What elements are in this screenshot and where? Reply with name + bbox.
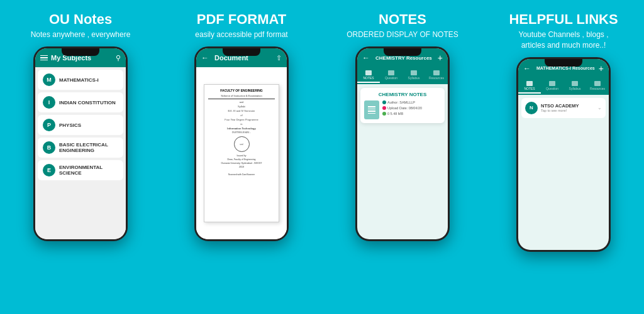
back-icon[interactable]: ←	[523, 64, 531, 73]
subject-icon-e: E	[43, 164, 55, 176]
add-icon[interactable]: +	[438, 53, 443, 63]
panel-2-subtitle: easily accessible pdf format	[195, 30, 287, 40]
back-icon[interactable]: ←	[362, 53, 370, 62]
subject-name: INDIAN CONSTITUTION	[59, 100, 116, 106]
chem-content: CHEMISTRY NOTES	[357, 84, 448, 239]
math-tab-notes[interactable]: NOTES	[518, 79, 541, 94]
notes-meta: Author: SAMLLLP Upload Date: 08/04/20 0 …	[382, 100, 422, 119]
doc-issued-by: Issued by	[208, 154, 275, 157]
tab-question[interactable]: Question	[380, 68, 402, 83]
list-item[interactable]: M MATHEMATICS-I	[38, 70, 123, 90]
doc-seal: seal	[234, 136, 250, 152]
date-icon	[382, 106, 386, 110]
line-4	[368, 113, 375, 114]
tab-syllabus[interactable]: Syllabus	[402, 68, 425, 83]
panel-1-title: OU Notes	[31, 11, 131, 28]
phone-3-notch	[384, 48, 421, 56]
resource-sub: Tap to see more!	[541, 109, 579, 112]
phone-4-screen: ← MATHEMATICS-I Resources + NOTES Questi…	[518, 59, 609, 250]
notes-card-body: Author: SAMLLLP Upload Date: 08/04/20 0 …	[364, 100, 441, 119]
list-item[interactable]: P PHYSICS	[38, 115, 123, 135]
syllabus-tab-icon	[411, 70, 417, 75]
question-tab-icon	[388, 70, 394, 75]
notes-doc-icon	[364, 100, 379, 119]
line-2	[368, 109, 375, 110]
doc-scanned: Scanned with CamScanner	[208, 173, 275, 176]
doc-spacer	[208, 168, 275, 172]
math-tab-question[interactable]: Question	[541, 79, 564, 94]
phone-1-notch	[62, 48, 99, 56]
menu-icon[interactable]	[40, 55, 48, 61]
share-icon[interactable]: ⇧	[276, 54, 282, 62]
panel-1-subtitle: Notes anywhere , everywhere	[31, 30, 131, 40]
panel-4-title: HELPFUL LINKS	[509, 11, 618, 28]
math-tab-syllabus[interactable]: Syllabus	[564, 79, 586, 94]
doc-university: Osmania University, Hyderabad - 500 007	[208, 162, 275, 165]
phone-1: My Subjects ⚲ M MATHEMATICS-I I INDIAN C…	[33, 46, 128, 241]
add-icon[interactable]: +	[599, 63, 604, 73]
subject-name: MATHEMATICS-I	[59, 77, 99, 83]
search-icon[interactable]: ⚲	[116, 54, 121, 62]
list-item[interactable]: I INDIAN CONSTITUTION	[38, 92, 123, 112]
doc-program: Four Year Degree Programme	[208, 118, 275, 121]
resource-left: N NTSO ACADEMY Tap to see more!	[525, 102, 579, 114]
notes-card[interactable]: CHEMISTRY NOTES	[360, 88, 445, 123]
line-1	[368, 106, 375, 107]
phone-4: ← MATHEMATICS-I Resources + NOTES Questi…	[516, 57, 611, 252]
math-tab-resources-label: Resources	[590, 87, 605, 90]
list-item[interactable]: E ENVIRONMENTAL SCIENCE	[38, 160, 123, 180]
subject-icon-b: B	[43, 141, 55, 154]
list-item[interactable]: B BASIC ELECTRICAL ENGINEERING	[38, 138, 123, 158]
notes-upload-date: Upload Date: 08/04/20	[387, 106, 422, 110]
notes-author: Author: SAMLLLP	[387, 100, 415, 104]
math-tab-question-label: Question	[546, 87, 558, 90]
doc-divider	[208, 99, 275, 99]
resource-icon: N	[525, 102, 538, 114]
notes-size: 0 5.48 MB	[387, 112, 403, 116]
tab-syllabus-label: Syllabus	[408, 76, 420, 80]
panel-links: HELPFUL LINKS Youtube Channels , blogs ,…	[483, 0, 644, 314]
phone-2-screen: ← Document ⇧ FACULTY OF ENGINEERING Sche…	[196, 48, 287, 239]
chevron-down-icon[interactable]: ⌄	[597, 105, 602, 111]
doc-syllabus: Syllabi	[208, 105, 275, 108]
tab-resources[interactable]: Resources	[425, 68, 448, 83]
panel-2-title: PDF FORMAT	[195, 11, 287, 28]
panel-1-header: OU Notes Notes anywhere , everywhere	[31, 11, 131, 40]
doc-dean: Dean, Faculty of Engineering	[208, 158, 275, 161]
resource-info: NTSO ACADEMY Tap to see more!	[541, 103, 579, 112]
panel-3-title: NOTES	[347, 11, 458, 28]
back-icon[interactable]: ←	[201, 53, 209, 62]
resource-item[interactable]: N NTSO ACADEMY Tap to see more! ⌄	[521, 98, 606, 118]
math-tab-notes-label: NOTES	[524, 87, 535, 90]
doc-dept: Information Technology	[208, 127, 275, 130]
subject-name: PHYSICS	[59, 122, 81, 128]
doc-degree: B.E. III and IV Semester	[208, 109, 275, 112]
notes-doc-lines	[368, 106, 375, 114]
math-question-tab-icon	[549, 81, 555, 86]
subject-name: ENVIRONMENTAL SCIENCE	[59, 165, 118, 176]
doc-and: and	[208, 100, 275, 104]
panel-pdf: PDF FORMAT easily accessible pdf format …	[161, 0, 322, 314]
notes-card-title: CHEMISTRY NOTES	[364, 92, 441, 97]
subject-icon-m: M	[43, 73, 55, 86]
panel-subjects: OU Notes Notes anywhere , everywhere My …	[0, 0, 161, 314]
panel-4-subtitle: Youtube Channels , blogs , articles and …	[509, 30, 618, 51]
tab-question-label: Question	[385, 76, 397, 80]
math-resources-tab-icon	[594, 81, 601, 86]
tab-notes[interactable]: NOTES	[357, 68, 380, 83]
resource-name: NTSO ACADEMY	[541, 103, 579, 109]
doc-paper: FACULTY OF ENGINEERING Scheme of Instruc…	[204, 84, 279, 222]
tab-resources-label: Resources	[429, 76, 444, 80]
size-icon	[382, 112, 386, 116]
author-icon	[382, 100, 386, 104]
notes-size-row: 0 5.48 MB	[382, 112, 422, 116]
math-syllabus-tab-icon	[572, 81, 578, 86]
resources-tab-icon	[433, 70, 440, 75]
subject-icon-p: P	[43, 119, 55, 131]
notes-tab-icon	[365, 70, 372, 75]
math-tab-resources[interactable]: Resources	[586, 79, 609, 94]
notes-author-row: Author: SAMLLLP	[382, 100, 422, 104]
phone-3: ← CHEMISTRY Resources + NOTES Question S…	[355, 46, 450, 241]
panel-notes: NOTES ORDERED DISPLAY OF NOTES ← CHEMIST…	[322, 0, 483, 314]
doc-in: in	[208, 122, 275, 126]
